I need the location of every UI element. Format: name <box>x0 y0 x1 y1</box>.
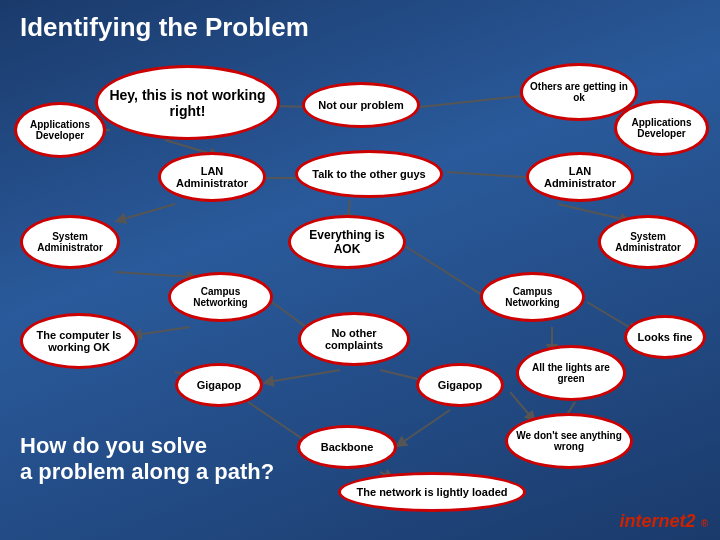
oval-all-lights-green: All the lights are green <box>516 345 626 401</box>
oval-gigapop-right: Gigapop <box>416 363 504 407</box>
oval-apps-dev-right: Applications Developer <box>614 100 709 156</box>
oval-we-dont-see: We don't see anything wrong <box>505 413 633 469</box>
svg-line-15 <box>587 302 634 330</box>
oval-apps-dev-left: Applications Developer <box>14 102 106 158</box>
svg-line-7 <box>120 204 175 220</box>
bottom-text: How do you solve a problem along a path? <box>20 433 274 485</box>
svg-line-1 <box>420 95 530 107</box>
oval-campus-net-right: Campus Networking <box>480 272 585 322</box>
oval-gigapop-left: Gigapop <box>175 363 263 407</box>
oval-backbone: Backbone <box>297 425 397 469</box>
svg-line-12 <box>136 327 190 335</box>
oval-system-admin-left: System Administrator <box>20 215 120 269</box>
oval-hey-this: Hey, this is not working right! <box>95 65 280 140</box>
internet2-logo: internet2 ® <box>620 511 708 532</box>
svg-line-20 <box>400 410 450 444</box>
svg-line-21 <box>510 392 532 418</box>
oval-network-lightly: The network is lightly loaded <box>338 472 526 512</box>
page-title: Identifying the Problem <box>0 0 720 49</box>
oval-computer-ok: The computer Is working OK <box>20 313 138 369</box>
oval-lan-admin-left: LAN Administrator <box>158 152 266 202</box>
oval-lan-admin-right: LAN Administrator <box>526 152 634 202</box>
svg-line-10 <box>115 272 193 277</box>
svg-line-5 <box>447 172 538 178</box>
svg-line-9 <box>558 204 626 220</box>
oval-campus-net-left: Campus Networking <box>168 272 273 322</box>
svg-line-17 <box>268 370 340 382</box>
oval-no-other-complaints: No other complaints <box>298 312 410 366</box>
oval-system-admin-right: System Administrator <box>598 215 698 269</box>
oval-everything-aok: Everything is AOK <box>288 215 406 269</box>
oval-looks-fine: Looks fine <box>624 315 706 359</box>
oval-not-our-problem: Not our problem <box>302 82 420 128</box>
oval-talk-other-guys: Talk to the other guys <box>295 150 443 198</box>
